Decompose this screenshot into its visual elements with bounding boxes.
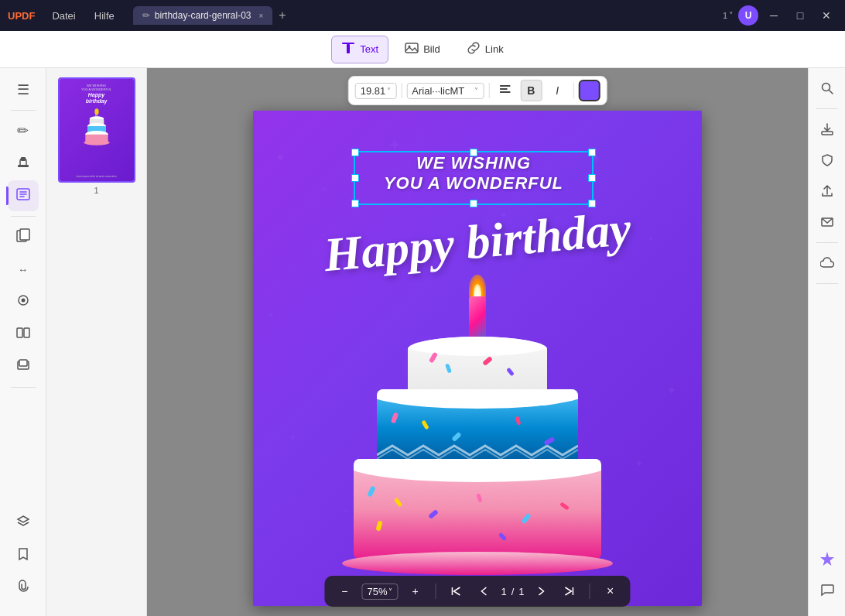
- sprinkle: [375, 520, 382, 531]
- zoom-level-display[interactable]: 75% ˅: [361, 583, 398, 600]
- close-button[interactable]: ✕: [816, 5, 837, 26]
- nav-first-button[interactable]: [445, 580, 467, 602]
- comment-button[interactable]: [813, 576, 841, 604]
- handle-bottom-left[interactable]: [351, 200, 359, 207]
- pdf-canvas: ✦ ✦ ✦ ✦ ✦ ✦ ✦ ✦ ✦ ✦ ✦ ✦: [253, 111, 702, 606]
- ocr-icon: [15, 293, 31, 312]
- bild-tool-icon: [405, 41, 419, 58]
- handle-top-left[interactable]: [351, 149, 359, 156]
- color-picker-button[interactable]: [578, 80, 600, 101]
- updf-logo: UPDF: [8, 10, 35, 22]
- version-badge: 1 ˅: [723, 11, 734, 21]
- rs-bottom: [813, 545, 841, 610]
- sidebar-panel-btn[interactable]: ☰: [8, 74, 39, 105]
- zoom-in-button[interactable]: +: [404, 580, 426, 602]
- sidebar-layers-bottom-btn[interactable]: [8, 508, 39, 539]
- sidebar-pages-btn[interactable]: [8, 221, 39, 252]
- nav-last-button[interactable]: [559, 580, 580, 602]
- sidebar-attach-btn[interactable]: [8, 573, 39, 604]
- fmt-sep-1: [401, 83, 402, 98]
- export-button[interactable]: [813, 115, 841, 143]
- handle-right-middle[interactable]: [588, 174, 596, 182]
- sidebar-translate-btn[interactable]: ↔: [8, 254, 39, 285]
- svg-rect-0: [342, 43, 354, 44]
- svg-marker-35: [820, 552, 834, 566]
- handle-left-middle[interactable]: [351, 174, 359, 182]
- minimize-button[interactable]: ─: [763, 5, 785, 26]
- handle-top-right[interactable]: [588, 149, 596, 156]
- text-tool[interactable]: Text: [331, 36, 388, 63]
- bold-button[interactable]: B: [520, 80, 542, 101]
- share-button[interactable]: [813, 177, 841, 205]
- thumbnail-mini-content: WE WISHINGYOU A WONDERFUL Happybirthday: [60, 79, 134, 181]
- tab-close-button[interactable]: ×: [259, 12, 264, 20]
- sidebar-compare-btn[interactable]: [8, 319, 39, 350]
- handle-top-middle[interactable]: [470, 149, 477, 156]
- sidebar-ocr-btn[interactable]: [8, 286, 39, 317]
- protect-button[interactable]: [813, 146, 841, 174]
- bold-label: B: [527, 84, 535, 97]
- svg-rect-12: [24, 328, 29, 337]
- bild-tool-label: Bild: [423, 43, 440, 55]
- current-page: 1: [501, 586, 506, 597]
- left-sidebar: ☰ ✏ ↔: [0, 68, 46, 616]
- layers-icon: [15, 358, 31, 377]
- sprinkle: [391, 412, 399, 423]
- close-bar-button[interactable]: ×: [600, 580, 621, 602]
- font-name-arrow: ˅: [474, 87, 478, 95]
- sidebar-bottom: [8, 508, 39, 610]
- italic-button[interactable]: I: [546, 80, 568, 101]
- layers-bottom-icon: [15, 514, 31, 533]
- font-size-control[interactable]: 19.81 ˅: [355, 83, 397, 99]
- email-button[interactable]: [813, 208, 841, 236]
- candle-body: [469, 296, 486, 343]
- svg-rect-14: [19, 360, 27, 366]
- svg-rect-2: [405, 43, 418, 53]
- handle-bottom-right[interactable]: [588, 200, 596, 207]
- align-button[interactable]: [494, 80, 515, 101]
- font-name-value: Arial···licMT: [412, 85, 464, 97]
- svg-point-24: [84, 140, 109, 145]
- sprinkle: [506, 368, 515, 377]
- nav-prev-button[interactable]: [473, 580, 494, 602]
- thumbnail-page-1[interactable]: WE WISHINGYOU A WONDERFUL Happybirthday: [58, 77, 135, 195]
- sidebar-bookmark-btn[interactable]: [8, 540, 39, 571]
- new-tab-button[interactable]: +: [275, 9, 289, 22]
- sidebar-layers-btn[interactable]: [8, 351, 39, 382]
- sprinkle: [559, 502, 570, 511]
- canvas-area[interactable]: 19.81 ˅ Arial···licMT ˅ B I: [147, 68, 808, 616]
- sprinkle: [476, 493, 482, 502]
- search-right-button[interactable]: [813, 74, 841, 102]
- bild-tool[interactable]: Bild: [395, 36, 450, 63]
- save-cloud-button[interactable]: [813, 249, 841, 277]
- cake-bottom-tier: [354, 459, 601, 560]
- sidebar-edit-btn[interactable]: ✏: [8, 115, 39, 146]
- sidebar-sep-3: [11, 387, 36, 388]
- font-name-control[interactable]: Arial···licMT ˅: [406, 83, 484, 99]
- thumb-bottom-text: Lorem ipsum dolor sit amet consectetur: [63, 175, 131, 178]
- right-sidebar: [808, 68, 845, 616]
- svg-point-10: [21, 298, 25, 302]
- sidebar-stamp-btn[interactable]: [8, 148, 39, 179]
- zoom-out-button[interactable]: −: [334, 580, 355, 602]
- active-indicator: [6, 187, 9, 205]
- rs-sep-3: [816, 283, 838, 284]
- sprinkle: [482, 356, 493, 366]
- ai-button[interactable]: [813, 545, 841, 573]
- thumb-cake-svg: [81, 107, 112, 145]
- sidebar-text-edit-btn[interactable]: [8, 180, 39, 211]
- menu-hilfe[interactable]: Hilfe: [88, 8, 121, 24]
- svg-rect-5: [21, 157, 26, 161]
- text-selection-box[interactable]: [354, 151, 594, 205]
- cake-top-frosting: [408, 337, 547, 356]
- rs-sep-2: [816, 242, 838, 243]
- handle-bottom-middle[interactable]: [470, 200, 477, 207]
- link-tool[interactable]: Link: [457, 36, 514, 63]
- active-tab[interactable]: ✏ birthday-card-genral-03 ×: [133, 6, 273, 25]
- menu-datei[interactable]: Datei: [46, 8, 81, 24]
- nav-next-button[interactable]: [531, 580, 552, 602]
- maximize-button[interactable]: □: [789, 5, 811, 26]
- cake-mid-tier: [377, 389, 578, 467]
- user-avatar[interactable]: U: [738, 5, 758, 26]
- bottom-bar-sep-1: [435, 583, 436, 599]
